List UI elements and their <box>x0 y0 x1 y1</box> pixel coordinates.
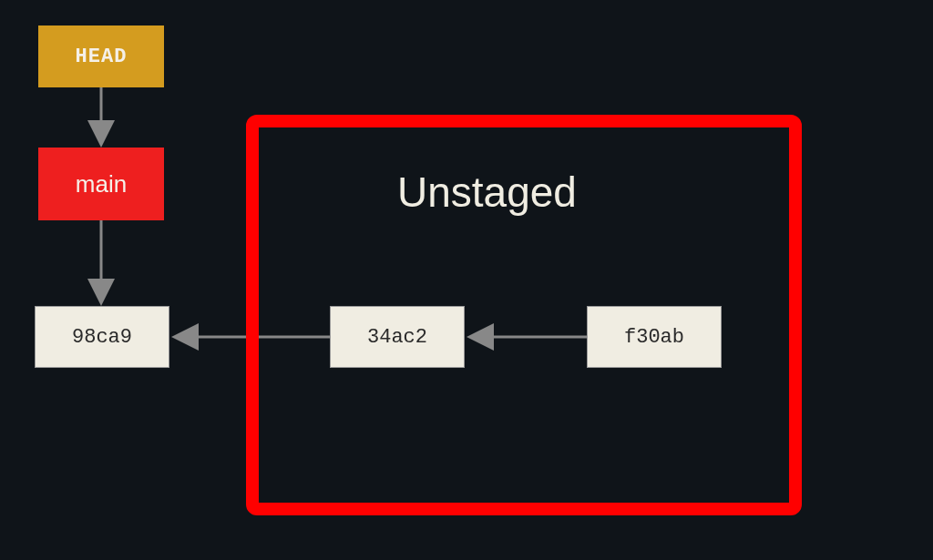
commit-34ac2: 34ac2 <box>330 306 465 368</box>
head-pointer: HEAD <box>38 25 164 87</box>
unstaged-title: Unstaged <box>397 168 577 217</box>
commit-98ca9: 98ca9 <box>35 306 169 368</box>
branch-main: main <box>38 148 164 220</box>
commit-f30ab: f30ab <box>587 306 722 368</box>
